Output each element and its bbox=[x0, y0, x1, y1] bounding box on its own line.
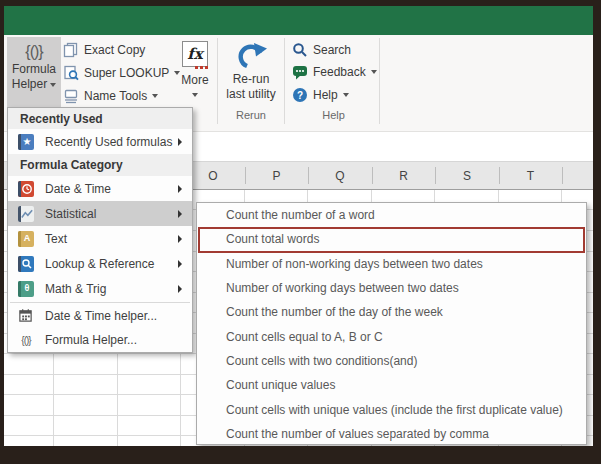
excel-title-bar bbox=[4, 6, 593, 35]
submenu-arrow-icon bbox=[178, 235, 182, 243]
menu-item-date-time-helper[interactable]: Date & Time helper... bbox=[8, 304, 192, 328]
chevron-down-icon bbox=[152, 94, 158, 98]
super-lookup-button[interactable]: Super LOOKUP bbox=[63, 64, 180, 81]
braces-icon: {()} bbox=[25, 42, 42, 62]
submenu-arrow-icon bbox=[178, 285, 182, 293]
formula-helper-menu: Recently Used ★ Recently Used formulas F… bbox=[7, 107, 193, 353]
submenu-item-count-total-words[interactable]: Count total words bbox=[197, 227, 586, 251]
submenu-arrow-icon bbox=[178, 260, 182, 268]
column-header-t[interactable]: T bbox=[527, 169, 534, 183]
statistical-submenu: Count the number of a word Count total w… bbox=[196, 202, 587, 445]
text-a-icon: A bbox=[18, 231, 34, 247]
name-tools-label: Name Tools bbox=[84, 89, 147, 103]
formula-helper-label-2: Helper bbox=[12, 77, 47, 92]
submenu-arrow-icon bbox=[178, 138, 182, 146]
menu-item-lookup-reference[interactable]: Lookup & Reference bbox=[8, 251, 192, 276]
formula-helper-button[interactable]: {()} Formula Helper bbox=[7, 37, 61, 108]
rerun-label-line2: last utility bbox=[217, 87, 285, 102]
column-header-p[interactable]: P bbox=[272, 169, 280, 183]
search-icon bbox=[292, 42, 308, 58]
copy-icon bbox=[63, 42, 79, 58]
submenu-item[interactable]: Count the number of values separated by … bbox=[197, 422, 586, 446]
date-time-clock-icon bbox=[18, 181, 34, 197]
chevron-down-icon bbox=[371, 70, 377, 74]
search-button[interactable]: Search bbox=[292, 41, 351, 58]
statistical-chart-icon bbox=[18, 206, 34, 222]
submenu-item[interactable]: Count the number of a word bbox=[197, 203, 586, 227]
submenu-item[interactable]: Count unique values bbox=[197, 373, 586, 397]
menu-item-date-time[interactable]: Date & Time bbox=[8, 176, 192, 201]
submenu-item[interactable]: Number of working days between two dates bbox=[197, 276, 586, 300]
fx-icon: fx bbox=[182, 41, 208, 67]
chevron-down-icon[interactable] bbox=[192, 93, 198, 97]
super-lookup-label: Super LOOKUP bbox=[84, 66, 169, 80]
chevron-down-icon bbox=[50, 83, 56, 87]
fx-red-dots-icon bbox=[195, 66, 208, 69]
svg-text:?: ? bbox=[297, 89, 303, 100]
rerun-group-label: Rerun bbox=[217, 109, 285, 121]
submenu-item[interactable]: Number of non-working days between two d… bbox=[197, 252, 586, 276]
braces-icon: {()} bbox=[21, 335, 30, 346]
column-header-s[interactable]: S bbox=[463, 169, 471, 183]
math-trig-theta-icon: θ bbox=[18, 281, 34, 297]
submenu-arrow-icon bbox=[178, 185, 182, 193]
lookup-reference-magnifier-icon bbox=[18, 256, 34, 272]
help-button[interactable]: ? Help bbox=[292, 86, 349, 103]
group-separator bbox=[379, 38, 380, 124]
exact-copy-label: Exact Copy bbox=[84, 43, 145, 57]
feedback-label: Feedback bbox=[313, 65, 366, 79]
recently-used-book-icon: ★ bbox=[18, 134, 34, 150]
rerun-label-line1: Re-run bbox=[217, 72, 285, 87]
chevron-down-icon bbox=[343, 93, 349, 97]
help-group-label: Help bbox=[284, 109, 383, 121]
help-label: Help bbox=[313, 88, 338, 102]
search-label: Search bbox=[313, 43, 351, 57]
name-tools-button[interactable]: Name Tools bbox=[63, 87, 158, 104]
feedback-bubble-icon bbox=[292, 64, 308, 80]
menu-item-math-trig[interactable]: θ Math & Trig bbox=[8, 276, 192, 301]
formula-helper-label-1: Formula bbox=[12, 62, 56, 77]
menu-section-formula-category: Formula Category bbox=[8, 154, 192, 176]
menu-item-text[interactable]: A Text bbox=[8, 226, 192, 251]
menu-item-statistical[interactable]: Statistical bbox=[8, 201, 192, 226]
calendar-icon bbox=[18, 308, 33, 323]
menu-separator bbox=[10, 302, 190, 303]
feedback-button[interactable]: Feedback bbox=[292, 63, 377, 80]
lookup-magnifier-icon bbox=[63, 65, 79, 81]
rerun-arrow-icon[interactable] bbox=[237, 41, 267, 71]
rerun-last-utility-button[interactable]: Re-run last utility bbox=[217, 72, 285, 102]
more-button[interactable]: More bbox=[176, 73, 214, 87]
submenu-arrow-icon bbox=[178, 210, 182, 218]
column-header-o[interactable]: O bbox=[208, 169, 217, 183]
menu-item-formula-helper[interactable]: {()} Formula Helper... bbox=[8, 328, 192, 352]
column-header-r[interactable]: R bbox=[399, 169, 408, 183]
menu-section-recently-used: Recently Used bbox=[8, 108, 192, 129]
submenu-item[interactable]: Count cells with unique values (include … bbox=[197, 397, 586, 421]
submenu-item[interactable]: Count cells equal to A, B or C bbox=[197, 324, 586, 348]
submenu-item[interactable]: Count the number of the day of the week bbox=[197, 300, 586, 324]
menu-item-recently-used-formulas[interactable]: ★ Recently Used formulas bbox=[8, 129, 192, 154]
column-header-q[interactable]: Q bbox=[335, 169, 344, 183]
help-question-icon: ? bbox=[292, 87, 308, 103]
exact-copy-button[interactable]: Exact Copy bbox=[63, 41, 145, 58]
submenu-item[interactable]: Count cells with two conditions(and) bbox=[197, 349, 586, 373]
sheets-stack-icon bbox=[63, 88, 79, 104]
